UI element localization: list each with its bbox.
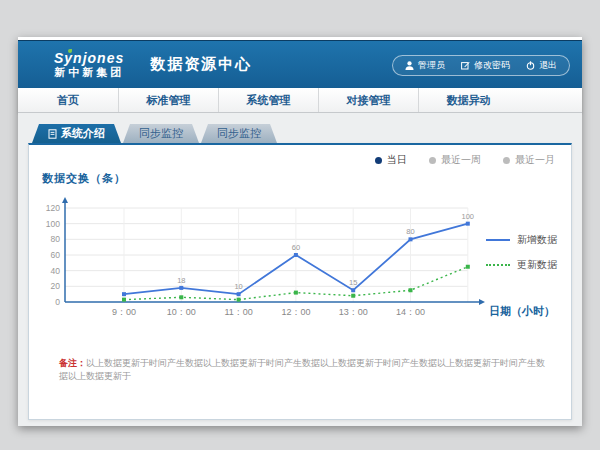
y-axis-arrow <box>62 197 68 203</box>
nav-item-data-change[interactable]: 数据异动 <box>418 88 518 112</box>
data-point <box>179 286 183 290</box>
chart-text: 0 <box>55 297 60 307</box>
data-point <box>351 288 355 292</box>
chart-text: 60 <box>51 250 61 260</box>
chart-text: 14：00 <box>396 307 425 317</box>
tab-label: 同步监控 <box>139 126 183 141</box>
data-point <box>122 298 126 302</box>
y-axis-title: 数据交换（条） <box>42 171 126 186</box>
chart-text: 10 <box>234 282 242 291</box>
dashed-line-icon <box>486 264 510 266</box>
data-point <box>466 222 470 226</box>
app-window: Synjones 新中新集团 数据资源中心 管理员 修改密码 <box>18 37 582 426</box>
chart-text: 13：00 <box>339 307 368 317</box>
legend-label: 更新数据 <box>517 258 557 272</box>
edit-icon <box>461 61 470 70</box>
radio-dot <box>429 157 436 164</box>
footnote-prefix: 备注： <box>59 358 86 368</box>
filter-last-month[interactable]: 最近一月 <box>503 153 555 167</box>
chart-text: 日期（小时） <box>489 305 555 318</box>
filter-label: 最近一月 <box>515 153 555 167</box>
admin-button[interactable]: 管理员 <box>405 59 445 72</box>
chart-text: 80 <box>51 234 61 244</box>
chart-text: 18 <box>177 276 185 285</box>
chart-text: 15 <box>349 278 357 287</box>
power-icon <box>526 61 535 70</box>
admin-label: 管理员 <box>418 59 445 72</box>
time-range-filters: 当日 最近一周 最近一月 <box>375 153 555 167</box>
tab-sync-monitor-2[interactable]: 同步监控 <box>201 124 277 143</box>
legend-label: 新增数据 <box>517 233 557 247</box>
data-point <box>466 265 470 269</box>
chart-text: 120 <box>46 203 60 213</box>
tab-label: 同步监控 <box>217 126 261 141</box>
document-icon <box>48 129 57 139</box>
tab-label: 系统介绍 <box>61 126 105 141</box>
chart-panel: 当日 最近一周 最近一月 数据交换（条） 0204060801001209：00… <box>28 143 572 420</box>
main-nav: 首页 标准管理 系统管理 对接管理 数据异动 <box>18 88 582 113</box>
chart-text: 9：00 <box>112 307 136 317</box>
content-area: 系统介绍 同步监控 同步监控 当日 最近一周 <box>18 113 582 426</box>
data-point <box>237 292 241 296</box>
nav-item-interface-mgmt[interactable]: 对接管理 <box>318 88 418 112</box>
filter-label: 当日 <box>387 153 407 167</box>
chart-text: 100 <box>462 212 475 221</box>
data-point <box>294 253 298 257</box>
app-header: Synjones 新中新集团 数据资源中心 管理员 修改密码 <box>18 40 582 88</box>
data-point <box>409 237 413 241</box>
data-point <box>294 291 298 295</box>
radio-dot <box>503 157 510 164</box>
tab-bar: 系统介绍 同步监控 同步监控 <box>32 124 279 143</box>
chart-text: 12：00 <box>281 307 310 317</box>
filter-today[interactable]: 当日 <box>375 153 407 167</box>
data-point <box>351 294 355 298</box>
change-password-label: 修改密码 <box>474 59 510 72</box>
data-point <box>179 295 183 299</box>
nav-item-home[interactable]: 首页 <box>18 88 118 112</box>
logout-button[interactable]: 退出 <box>526 59 557 72</box>
chart-text: 100 <box>46 219 60 229</box>
chart-text: 40 <box>51 266 61 276</box>
chart-text: 20 <box>51 281 61 291</box>
tab-system-intro[interactable]: 系统介绍 <box>32 124 121 143</box>
data-point <box>409 288 413 292</box>
brand-logo: Synjones 新中新集团 <box>54 51 124 78</box>
legend-item-new-data[interactable]: 新增数据 <box>486 233 557 247</box>
chart-text: 11：00 <box>224 307 252 317</box>
leaf-icon <box>68 49 72 53</box>
page-title: 数据资源中心 <box>150 55 252 74</box>
x-axis-arrow <box>479 299 485 305</box>
chart-text: 60 <box>292 243 300 252</box>
data-point <box>122 292 126 296</box>
chart-legend: 新增数据 更新数据 <box>486 233 557 272</box>
user-menu: 管理员 修改密码 退出 <box>392 55 570 76</box>
legend-item-updated-data[interactable]: 更新数据 <box>486 258 557 272</box>
change-password-button[interactable]: 修改密码 <box>461 59 510 72</box>
filter-label: 最近一周 <box>441 153 481 167</box>
chart-text: 10：00 <box>167 307 196 317</box>
person-icon <box>405 61 414 70</box>
solid-line-icon <box>486 239 510 241</box>
logout-label: 退出 <box>539 59 557 72</box>
footnote: 备注：以上数据更新于时间产生数据以上数据更新于时间产生数据以上数据更新于时间产生… <box>59 357 551 383</box>
data-point <box>237 298 241 302</box>
footnote-text: 以上数据更新于时间产生数据以上数据更新于时间产生数据以上数据更新于时间产生数据以… <box>59 358 545 381</box>
nav-item-standard-mgmt[interactable]: 标准管理 <box>118 88 218 112</box>
nav-item-system-mgmt[interactable]: 系统管理 <box>218 88 318 112</box>
brand-name: Synjones <box>54 51 124 66</box>
radio-dot-selected <box>375 157 382 164</box>
chart-text: 80 <box>406 227 414 236</box>
brand-name-cn: 新中新集团 <box>54 66 124 78</box>
filter-last-week[interactable]: 最近一周 <box>429 153 481 167</box>
tab-sync-monitor-1[interactable]: 同步监控 <box>123 124 199 143</box>
